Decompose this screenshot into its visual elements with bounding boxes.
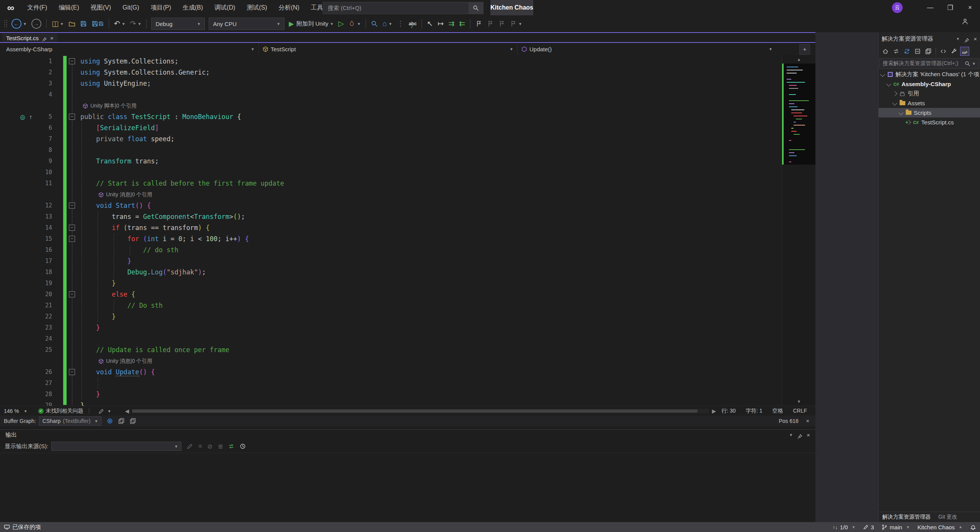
menu-item-1[interactable]: 编辑(E) xyxy=(53,0,85,15)
format-indent-icon[interactable]: ⇉ xyxy=(446,18,457,30)
chevron-down-icon[interactable]: ▼ xyxy=(956,37,960,41)
drag-handle[interactable] xyxy=(4,20,8,28)
fold-collapse-box[interactable]: − xyxy=(69,225,75,231)
menu-item-8[interactable]: 分析(N) xyxy=(273,0,305,15)
code-line-3[interactable]: 3using UnityEngine; xyxy=(0,78,815,89)
properties-wrench-icon[interactable] xyxy=(949,47,959,56)
bookmark-prev-icon[interactable] xyxy=(485,18,496,30)
word-wrap-icon[interactable]: ≣ xyxy=(218,443,223,450)
pin-icon[interactable] xyxy=(42,36,47,40)
close-button[interactable]: × xyxy=(960,0,980,15)
undo-icon[interactable]: ↶▼ xyxy=(112,18,128,30)
new-project-icon[interactable]: ◫▼ xyxy=(49,18,66,30)
nav-back-icon[interactable]: ←▼ xyxy=(9,18,29,30)
tree-item-folder-assets[interactable]: Assets xyxy=(879,98,980,108)
solution-search-box[interactable]: 搜索解决方案资源管理器(Ctrl+;) ▼ xyxy=(879,58,979,69)
navigate-cursor-icon[interactable]: ↖ xyxy=(425,18,435,30)
hscroll-left-icon[interactable]: ◀ xyxy=(125,408,129,414)
code-line-19[interactable]: 19 } xyxy=(0,278,815,289)
format-outdent-icon[interactable]: ⇇ xyxy=(457,18,467,30)
output-pencil-icon[interactable] xyxy=(187,443,193,449)
menu-item-4[interactable]: 项目(P) xyxy=(145,0,177,15)
fold-collapse-box[interactable]: − xyxy=(69,58,75,64)
copy-docs-icon[interactable] xyxy=(118,418,124,424)
minimize-button[interactable]: — xyxy=(921,0,940,15)
preview-selected-icon[interactable] xyxy=(924,47,933,56)
feedback-person-icon[interactable] xyxy=(962,18,969,25)
open-folder-icon[interactable] xyxy=(66,18,78,30)
inheritance-arrow-icon[interactable]: ↑ xyxy=(29,111,32,122)
line-ending[interactable]: CRLF xyxy=(793,408,807,415)
solution-home-icon[interactable]: ⌂▼ xyxy=(380,18,394,30)
toggle-autoscroll-icon[interactable] xyxy=(228,443,234,449)
codelens-row[interactable]: Unity 脚本|0 个引用 xyxy=(0,100,815,111)
pending-edits-button[interactable]: 3 xyxy=(859,522,878,532)
tree-item-solution[interactable]: 解决方案 'Kitchen Chaos' (1 个项目，共 1 个) xyxy=(879,70,980,79)
git-sync-button[interactable]: ↑↓ 1/0 ▼ xyxy=(829,522,859,532)
attach-to-unity-button[interactable]: ▶附加到 Unity▼ xyxy=(286,18,336,30)
tree-item-file-testscript[interactable]: +C#TestScript.cs xyxy=(879,117,980,127)
scroll-up-icon[interactable]: ▲ xyxy=(782,55,815,64)
account-avatar[interactable]: 云 xyxy=(892,2,903,13)
pin-icon[interactable] xyxy=(964,36,969,41)
menu-item-2[interactable]: 视图(V) xyxy=(85,0,117,15)
code-line-11[interactable]: 11 // Start is called before the first f… xyxy=(0,178,815,189)
code-line-15[interactable]: 15− for (int i = 0; i < 100; i++) { xyxy=(0,233,815,245)
pin-icon[interactable] xyxy=(797,432,802,437)
bookmark-next-icon[interactable] xyxy=(496,18,508,30)
git-branch-button[interactable]: main ▼ xyxy=(878,522,913,532)
chevron-right-icon[interactable] xyxy=(892,91,897,96)
fold-collapse-box[interactable]: − xyxy=(69,114,75,120)
code-line-8[interactable]: 8 xyxy=(0,145,815,156)
hscroll-right-icon[interactable]: ▶ xyxy=(712,408,716,414)
add-view-button[interactable]: ＋ xyxy=(799,44,810,55)
code-line-13[interactable]: 13 trans = GetComponent<Transform>(); xyxy=(0,211,815,222)
platform-dropdown[interactable]: Any CPU▼ xyxy=(209,18,284,30)
indent-mode[interactable]: 空格 xyxy=(772,408,783,415)
spell-check-icon[interactable]: abc✓ xyxy=(407,18,419,30)
code-line-21[interactable]: 21 // Do sth xyxy=(0,300,815,311)
output-source-dropdown[interactable]: ▼ xyxy=(51,442,181,451)
code-line-7[interactable]: 7 private float speed; xyxy=(0,134,815,145)
buffer-dropdown[interactable]: CSharp (TextBuffer) ▼ xyxy=(39,416,101,426)
code-line-28[interactable]: 28 } xyxy=(0,389,815,400)
restore-button[interactable]: ❐ xyxy=(941,0,960,15)
tab-solution-explorer[interactable]: 解决方案资源管理器 xyxy=(879,514,934,521)
nav-member-dropdown[interactable]: Update() ▼ xyxy=(518,43,776,55)
menu-item-5[interactable]: 生成(B) xyxy=(177,0,209,15)
copy-docs2-icon[interactable] xyxy=(130,418,136,424)
health-indicator[interactable]: ✓ 未找到相关问题 xyxy=(38,408,83,415)
quick-search-box[interactable]: 搜索 (Ctrl+Q) xyxy=(323,2,483,14)
search-icon[interactable] xyxy=(469,2,483,14)
codelens-row[interactable]: Unity 消息|0 个引用 xyxy=(0,356,815,367)
tree-item-references[interactable]: 引用 xyxy=(879,89,980,98)
bookmark-icon[interactable] xyxy=(473,18,485,30)
scrollbar-map[interactable]: ▲ ▼ xyxy=(782,55,815,406)
fold-collapse-box[interactable]: − xyxy=(69,369,75,375)
code-line-6[interactable]: 6 [SerializeField] xyxy=(0,122,815,134)
watch-eye-icon[interactable] xyxy=(107,418,113,424)
repository-button[interactable]: Kitchen Chaos ▼ xyxy=(914,522,966,532)
code-line-17[interactable]: 17 } xyxy=(0,256,815,267)
tab-testscript[interactable]: TestScript.cs × xyxy=(2,34,57,42)
nav-project-dropdown[interactable]: Assembly-CSharp ▼ xyxy=(0,43,259,55)
menu-item-0[interactable]: 文件(F) xyxy=(21,0,53,15)
code-line-25[interactable]: 25 // Update is called once per frame xyxy=(0,344,815,356)
chevron-down-icon[interactable] xyxy=(898,110,903,115)
save-icon[interactable] xyxy=(78,18,89,30)
notifications-bell-icon[interactable] xyxy=(966,522,980,532)
codelens-row[interactable]: Unity 消息|0 个引用 xyxy=(0,189,815,200)
chevron-down-icon[interactable] xyxy=(886,82,891,86)
code-line-18[interactable]: 18 Debug.Log("sdjhak"); xyxy=(0,267,815,278)
dots-separator-icon[interactable]: ⋮ xyxy=(395,18,407,30)
tab-close-icon[interactable]: × xyxy=(50,35,54,41)
nav-forward-icon[interactable]: → xyxy=(29,18,44,30)
clear-all-icon[interactable]: ⊘ xyxy=(207,443,212,450)
fold-collapse-box[interactable]: − xyxy=(69,236,75,242)
start-without-debug-icon[interactable]: ▷ xyxy=(336,18,346,30)
fold-collapse-box[interactable]: − xyxy=(69,202,75,209)
refresh-icon[interactable] xyxy=(902,47,911,56)
code-line-16[interactable]: 16 // do sth xyxy=(0,245,815,256)
code-line-4[interactable]: 4 xyxy=(0,89,815,100)
code-line-22[interactable]: 22 } xyxy=(0,311,815,322)
